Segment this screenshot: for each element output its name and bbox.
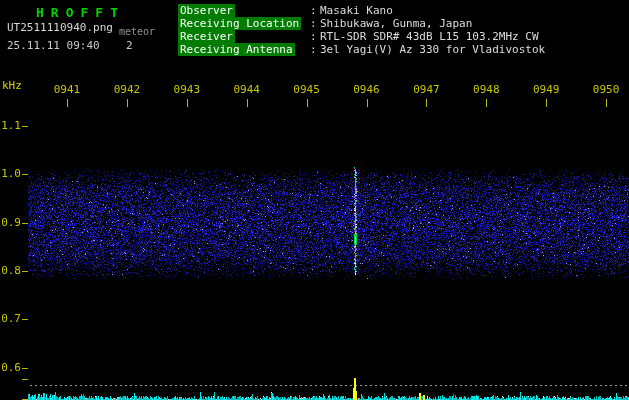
x-tick-label: 0950 xyxy=(591,84,621,95)
y-axis-unit-label: kHz xyxy=(2,79,22,92)
x-tick-label: 0944 xyxy=(232,84,262,95)
file-note: meteor xyxy=(119,26,155,37)
info-label: Receiver xyxy=(178,30,235,43)
info-separator: : xyxy=(310,17,320,30)
info-row: Receiving Location:Shibukawa, Gunma, Jap… xyxy=(178,17,545,30)
x-tick-label: 0945 xyxy=(292,84,322,95)
info-separator: : xyxy=(310,30,320,43)
info-label: Observer xyxy=(178,4,235,17)
info-separator: : xyxy=(310,43,320,56)
info-value: Masaki Kano xyxy=(320,4,393,17)
output-filename: UT2511110940.png xyxy=(7,21,113,34)
info-row: Observer:Masaki Kano xyxy=(178,4,545,17)
info-row: Receiving Antenna:3el Yagi(V) Az 330 for… xyxy=(178,43,545,56)
y-tick-label: 0.9 xyxy=(1,217,21,228)
info-label: Receiving Antenna xyxy=(178,43,295,56)
spectrogram-canvas xyxy=(0,0,629,400)
info-label-cell: Observer xyxy=(178,4,310,17)
info-value: Shibukawa, Gunma, Japan xyxy=(320,17,472,30)
y-tick-label: 0.8 xyxy=(1,265,21,276)
hrofft-screen: HROFFT UT2511110940.png meteor 25.11.11 … xyxy=(0,0,629,400)
info-value: RTL-SDR SDR# 43dB L15 103.2MHz CW xyxy=(320,30,539,43)
x-tick-label: 0948 xyxy=(471,84,501,95)
x-tick-label: 0949 xyxy=(531,84,561,95)
y-tick-label: 1.0 xyxy=(1,168,21,179)
info-label-cell: Receiver xyxy=(178,30,310,43)
app-title: HROFFT xyxy=(36,5,125,20)
y-tick-label: 0.6 xyxy=(1,362,21,373)
y-tick-label: 1.1 xyxy=(1,120,21,131)
x-tick-label: 0942 xyxy=(112,84,142,95)
info-label: Receiving Location xyxy=(178,17,301,30)
x-tick-label: 0941 xyxy=(52,84,82,95)
date-time: 25.11.11 09:40 xyxy=(7,39,100,52)
x-tick-label: 0943 xyxy=(172,84,202,95)
y-tick-label: 0.7 xyxy=(1,313,21,324)
info-label-cell: Receiving Antenna xyxy=(178,43,310,56)
info-separator: : xyxy=(310,4,320,17)
info-value: 3el Yagi(V) Az 330 for Vladivostok xyxy=(320,43,545,56)
info-row: Receiver:RTL-SDR SDR# 43dB L15 103.2MHz … xyxy=(178,30,545,43)
x-tick-label: 0946 xyxy=(352,84,382,95)
event-counter: 2 xyxy=(126,39,133,52)
info-panel: Observer:Masaki KanoReceiving Location:S… xyxy=(178,4,545,56)
info-label-cell: Receiving Location xyxy=(178,17,310,30)
x-tick-label: 0947 xyxy=(411,84,441,95)
